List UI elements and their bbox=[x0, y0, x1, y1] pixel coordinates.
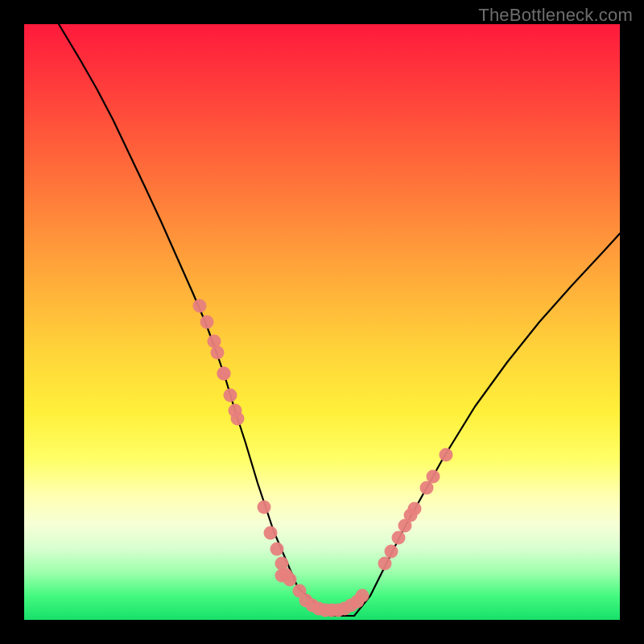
curve-marker bbox=[193, 299, 207, 313]
curve-marker bbox=[224, 389, 237, 402]
curve-marker bbox=[385, 545, 398, 559]
curve-marker bbox=[440, 448, 453, 462]
curve-marker bbox=[270, 543, 284, 556]
curve-marker bbox=[231, 412, 245, 426]
bottleneck-curve bbox=[59, 24, 620, 616]
plot-area bbox=[24, 24, 620, 620]
curve-marker bbox=[356, 589, 369, 603]
chart-svg bbox=[24, 24, 620, 620]
curve-marker bbox=[392, 531, 406, 545]
chart-frame: TheBottleneck.com bbox=[0, 0, 644, 644]
curve-marker bbox=[378, 557, 392, 571]
curve-marker bbox=[258, 501, 271, 514]
curve-marker bbox=[217, 367, 231, 381]
curve-markers bbox=[193, 299, 453, 617]
curve-marker bbox=[211, 346, 225, 360]
watermark-text: TheBottleneck.com bbox=[478, 5, 633, 26]
curve-marker bbox=[200, 316, 214, 329]
curve-marker bbox=[427, 470, 440, 484]
curve-marker bbox=[264, 526, 278, 540]
curve-marker bbox=[408, 502, 422, 516]
curve-marker bbox=[283, 573, 297, 587]
